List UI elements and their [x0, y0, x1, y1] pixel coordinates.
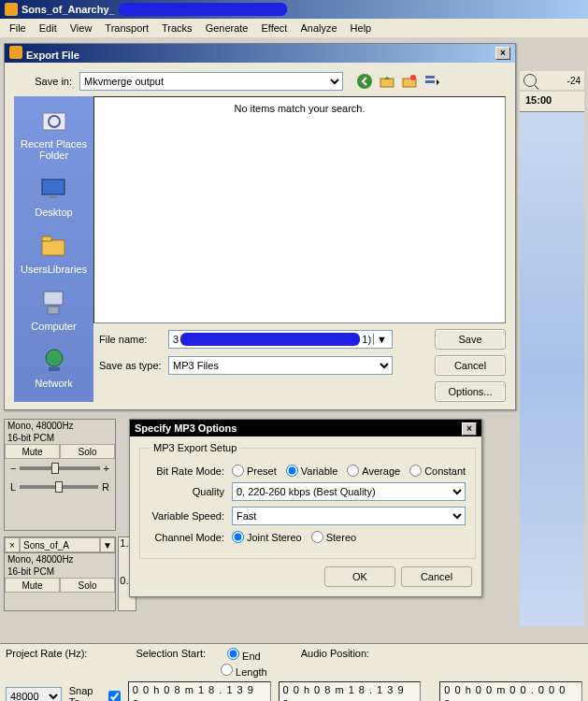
- svg-point-14: [46, 350, 63, 366]
- close-icon[interactable]: ×: [462, 422, 477, 436]
- timeline-ruler[interactable]: 15:00: [520, 92, 584, 112]
- sidebar-desktop[interactable]: Desktop: [35, 174, 72, 218]
- radio-stereo[interactable]: Stereo: [311, 531, 356, 543]
- dialog-titlebar[interactable]: Export File ×: [5, 44, 515, 63]
- svg-rect-12: [44, 292, 63, 305]
- waveform-area[interactable]: [520, 112, 584, 626]
- track-format: Mono, 48000Hz: [5, 420, 115, 432]
- menu-help[interactable]: Help: [345, 21, 378, 36]
- sidebar-recent[interactable]: Recent Places Folder: [18, 106, 90, 161]
- quality-select[interactable]: 0, 220-260 kbps (Best Quality): [232, 482, 466, 501]
- back-icon[interactable]: [356, 73, 373, 90]
- file-list-area[interactable]: No items match your search.: [93, 96, 506, 323]
- snap-to-label: Snap To: [69, 685, 105, 701]
- close-icon[interactable]: ×: [495, 47, 510, 60]
- mute-button[interactable]: Mute: [5, 578, 60, 593]
- svg-rect-13: [48, 307, 59, 314]
- project-rate-select[interactable]: 48000: [6, 687, 62, 701]
- cancel-button[interactable]: Cancel: [401, 566, 472, 587]
- menu-transport[interactable]: Transport: [99, 21, 154, 36]
- channel-label: Channel Mode:: [150, 532, 232, 543]
- ok-button[interactable]: OK: [324, 566, 395, 587]
- desktop-icon: [38, 174, 68, 204]
- bitrate-label: Bit Rate Mode:: [150, 465, 232, 477]
- channel-radios: Joint Stereo Stereo: [232, 531, 356, 543]
- svg-rect-4: [425, 76, 435, 79]
- menu-analyze[interactable]: Analyze: [294, 21, 342, 36]
- track-name-button[interactable]: Sons_of_A: [20, 537, 100, 552]
- app-icon: [5, 3, 18, 16]
- svg-rect-10: [42, 240, 65, 255]
- pan-slider-row: L R: [5, 478, 115, 496]
- audio-position-label: Audio Position:: [301, 648, 369, 659]
- menu-effect[interactable]: Effect: [256, 21, 294, 36]
- db-readout: -24: [567, 76, 581, 86]
- track-format: Mono, 48000Hz: [5, 553, 115, 565]
- radio-preset[interactable]: Preset: [232, 465, 277, 477]
- dialog-icon: [9, 46, 22, 59]
- audio-position-timecode[interactable]: 0 0 h 0 0 m 0 0 . 0 0 0 s▾: [439, 681, 582, 701]
- svg-rect-11: [42, 236, 51, 241]
- save-button[interactable]: Save: [435, 329, 506, 350]
- dialog-titlebar[interactable]: Specify MP3 Options ×: [130, 420, 481, 436]
- track-menu-button[interactable]: ▼: [100, 537, 115, 552]
- toolbar-right: -24: [520, 71, 584, 90]
- bitrate-radios: Preset Variable Average Constant: [232, 465, 466, 477]
- view-menu-icon[interactable]: [423, 73, 440, 90]
- options-button[interactable]: Options...: [435, 381, 506, 402]
- menu-edit[interactable]: Edit: [34, 21, 63, 36]
- libraries-icon: [38, 231, 68, 261]
- filename-input[interactable]: 31)▼: [168, 330, 393, 349]
- sidebar-computer[interactable]: Computer: [31, 288, 76, 332]
- window-titlebar: Sons_of_Anarchy_: [0, 0, 588, 19]
- network-icon: [39, 345, 69, 375]
- new-folder-icon[interactable]: [401, 73, 418, 90]
- svg-rect-9: [50, 196, 57, 198]
- status-bar: Project Rate (Hz): Selection Start: End …: [0, 643, 588, 701]
- radio-joint-stereo[interactable]: Joint Stereo: [232, 531, 302, 543]
- save-in-select[interactable]: Mkvmerge output: [79, 72, 343, 91]
- dialog-title: Specify MP3 Options: [135, 422, 237, 434]
- magnifier-icon[interactable]: [523, 74, 537, 87]
- track-close-button[interactable]: ×: [5, 537, 20, 552]
- menu-tracks[interactable]: Tracks: [156, 21, 198, 36]
- menu-generate[interactable]: Generate: [200, 21, 254, 36]
- radio-variable[interactable]: Variable: [286, 465, 338, 477]
- cancel-button[interactable]: Cancel: [435, 355, 506, 376]
- svg-point-0: [357, 74, 372, 89]
- save-in-label: Save in:: [14, 76, 79, 87]
- svg-rect-8: [42, 179, 65, 194]
- track-panel-1: Mono, 48000Hz 16-bit PCM Mute Solo − + L…: [4, 419, 116, 531]
- radio-average[interactable]: Average: [347, 465, 400, 477]
- track-bitdepth: 16-bit PCM: [5, 565, 115, 578]
- computer-icon: [38, 288, 68, 318]
- timeline-mark: 15:00: [525, 94, 552, 106]
- mute-button[interactable]: Mute: [5, 444, 60, 459]
- track-bitdepth: 16-bit PCM: [5, 432, 115, 444]
- radio-length[interactable]: Length: [221, 664, 267, 678]
- pan-r-icon: R: [102, 481, 109, 493]
- speed-select[interactable]: Fast: [232, 507, 466, 525]
- gain-slider-row: − +: [5, 459, 115, 478]
- up-folder-icon[interactable]: [379, 73, 395, 90]
- selection-start-timecode[interactable]: 0 0 h 0 8 m 1 8 . 1 3 9 s▾: [128, 681, 271, 701]
- svg-rect-15: [49, 367, 60, 371]
- svg-rect-5: [425, 80, 435, 83]
- window-title: Sons_of_Anarchy_: [22, 4, 115, 15]
- pan-slider[interactable]: [20, 485, 98, 489]
- selection-end-timecode[interactable]: 0 0 h 0 8 m 1 8 . 1 3 9 s▾: [279, 681, 422, 701]
- solo-button[interactable]: Solo: [60, 578, 115, 593]
- save-type-select[interactable]: MP3 Files: [168, 356, 393, 375]
- menu-view[interactable]: View: [65, 21, 98, 36]
- plus-icon: +: [104, 463, 109, 474]
- snap-to-checkbox[interactable]: [108, 691, 121, 702]
- solo-button[interactable]: Solo: [60, 444, 115, 459]
- radio-constant[interactable]: Constant: [409, 465, 466, 477]
- menu-file[interactable]: File: [4, 21, 32, 36]
- sidebar-libraries[interactable]: UsersLibraries: [21, 231, 87, 275]
- mp3-export-fieldset: MP3 Export Setup Bit Rate Mode: Preset V…: [139, 442, 476, 559]
- quality-label: Quality: [150, 486, 232, 497]
- sidebar-network[interactable]: Network: [35, 345, 72, 389]
- radio-end[interactable]: End: [227, 648, 261, 662]
- gain-slider[interactable]: [20, 466, 99, 470]
